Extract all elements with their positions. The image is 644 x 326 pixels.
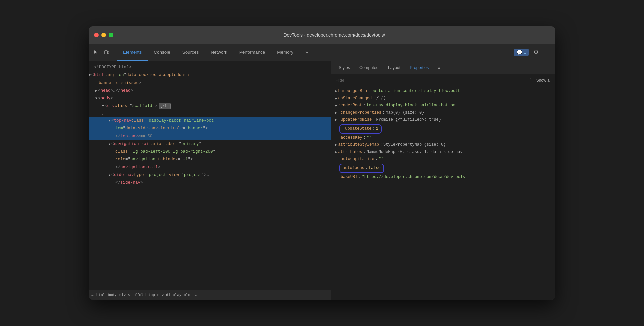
list-item: ▶ hamburgerBtn : button.align-center.dis…: [331, 88, 555, 95]
breadcrumb-topnav[interactable]: top-nav.display-bloc: [148, 293, 192, 297]
list-item: ▼ <body>: [89, 95, 331, 102]
tab-styles[interactable]: Styles: [334, 61, 355, 74]
svg-rect-0: [105, 51, 107, 54]
settings-button[interactable]: ⚙: [531, 48, 541, 57]
tab-computed[interactable]: Computed: [355, 61, 383, 74]
tab-bar-right: 💬 1 ⚙ ⋮: [514, 48, 553, 57]
list-item[interactable]: </top-nav> == $0: [89, 133, 331, 140]
breadcrumb-dots: …: [91, 293, 94, 297]
list-item: ▶ _updatePromise : Promise {<fulfilled>:…: [331, 116, 555, 124]
properties-list[interactable]: ▶ hamburgerBtn : button.align-center.dis…: [331, 86, 555, 300]
expand-icon[interactable]: ▼: [102, 103, 104, 109]
traffic-lights: [94, 33, 113, 37]
main-tab-bar: Elements Console Sources Network Perform…: [89, 44, 555, 61]
expand-icon[interactable]: ▶: [109, 172, 111, 178]
list-item: autocapitalize : "": [331, 156, 555, 163]
tab-performance[interactable]: Performance: [233, 44, 271, 61]
expand-icon[interactable]: ▶: [335, 110, 337, 116]
breadcrumb-body[interactable]: body: [108, 293, 117, 297]
expand-icon[interactable]: ▶: [109, 118, 111, 124]
expand-icon[interactable]: ▶: [335, 89, 337, 94]
chat-icon: 💬: [517, 50, 522, 55]
tab-network[interactable]: Network: [205, 44, 233, 61]
tab-elements[interactable]: Elements: [117, 44, 148, 61]
list-item: </side-nav>: [89, 179, 331, 187]
list-item: ▶ onStateChanged : ƒ (): [331, 95, 555, 102]
list-item: ▶ attributes : NamedNodeMap {0: class, 1…: [331, 149, 555, 156]
expand-icon[interactable]: ▼: [95, 96, 97, 101]
elements-tree[interactable]: <!DOCTYPE html> ▼ <html lang="en" data-c…: [89, 61, 331, 290]
expand-icon[interactable]: ▶: [109, 141, 111, 147]
list-item: ▶ <navigation-rail aria-label="primary": [89, 140, 331, 148]
cursor-icon[interactable]: [91, 48, 101, 57]
list-item: ▶ attributeStyleMap : StylePropertyMap {…: [331, 141, 555, 149]
list-item: baseURI : "https://developer.chrome.com/…: [331, 174, 555, 181]
list-item: role="navigation" tabindex="-1">…: [89, 156, 331, 163]
svg-rect-1: [108, 51, 109, 54]
expand-icon[interactable]: ▶: [335, 117, 337, 123]
breadcrumb-end-dots: …: [195, 293, 198, 297]
breadcrumb: … html body div.scaffold top-nav.display…: [89, 290, 331, 300]
tab-console[interactable]: Console: [148, 44, 176, 61]
list-item: ▼ <div class="scaffold"> grid: [89, 102, 331, 110]
main-content: <!DOCTYPE html> ▼ <html lang="en" data-c…: [89, 61, 555, 300]
devtools-container: Elements Console Sources Network Perform…: [89, 44, 555, 300]
list-item: ▶ <side-nav type="project" view="project…: [89, 171, 331, 179]
list-item: ▶ <head>…</head>: [89, 87, 331, 95]
toolbar-icons: [91, 48, 114, 57]
expand-icon[interactable]: ▶: [335, 96, 337, 101]
expand-icon[interactable]: ▶: [335, 103, 337, 108]
list-item: <!DOCTYPE html>: [89, 64, 331, 71]
breadcrumb-html[interactable]: html: [96, 293, 105, 297]
show-all-checkbox[interactable]: [530, 78, 534, 82]
notifications-button[interactable]: 💬 1: [514, 49, 529, 56]
right-tabs: Styles Computed Layout Properties »: [331, 61, 555, 74]
expand-icon[interactable]: ▶: [335, 142, 337, 148]
main-tabs: Elements Console Sources Network Perform…: [117, 44, 314, 61]
filter-bar: Show all: [331, 74, 555, 86]
list-item: ▶ _changedProperties : Map(0) {size: 0}: [331, 109, 555, 117]
tab-more-right[interactable]: »: [433, 61, 445, 74]
tab-more[interactable]: »: [299, 44, 314, 61]
grid-badge: grid: [159, 103, 171, 109]
list-item: class="lg:pad-left-200 lg:pad-right-200": [89, 148, 331, 156]
breadcrumb-div[interactable]: div.scaffold: [119, 293, 146, 297]
minimize-button[interactable]: [101, 33, 106, 37]
tab-sources[interactable]: Sources: [176, 44, 205, 61]
devtools-window: DevTools - developer.chrome.com/docs/dev…: [89, 26, 555, 300]
list-item: accessKey : "": [331, 134, 555, 142]
close-button[interactable]: [94, 33, 99, 37]
expand-icon[interactable]: ▶: [95, 88, 97, 94]
list-item: ▶ renderRoot : top-nav.display-block.hai…: [331, 102, 555, 109]
title-bar: DevTools - developer.chrome.com/docs/dev…: [89, 26, 555, 44]
show-all-label: Show all: [536, 78, 551, 83]
tab-layout[interactable]: Layout: [383, 61, 405, 74]
elements-panel: <!DOCTYPE html> ▼ <html lang="en" data-c…: [89, 61, 331, 300]
list-item: _updateState : 1: [331, 124, 555, 134]
expand-icon[interactable]: ▼: [89, 72, 91, 78]
list-item[interactable]: ▶ <top-nav class="display-block hairline…: [89, 117, 331, 125]
window-title: DevTools - developer.chrome.com/docs/dev…: [119, 32, 550, 38]
maximize-button[interactable]: [109, 33, 113, 37]
list-item: banner-dismissed>: [89, 79, 331, 87]
list-item: autofocus : false: [331, 163, 555, 174]
list-item[interactable]: tom" data-side-nav-inert role="banner">…: [89, 125, 331, 132]
device-icon[interactable]: [102, 48, 111, 57]
tab-properties[interactable]: Properties: [405, 61, 433, 74]
filter-input[interactable]: [335, 78, 530, 83]
right-panel: Styles Computed Layout Properties » Show…: [331, 61, 555, 300]
list-item: </navigation-rail>: [89, 164, 331, 171]
list-item: ▼ <html lang="en" data-cookies-accepted …: [89, 71, 331, 79]
expand-icon[interactable]: ▶: [335, 150, 337, 155]
tab-memory[interactable]: Memory: [271, 44, 299, 61]
list-item: …: [89, 110, 331, 117]
show-all-container: Show all: [530, 78, 551, 83]
notification-count: 1: [524, 50, 526, 55]
more-options-button[interactable]: ⋮: [543, 48, 553, 57]
